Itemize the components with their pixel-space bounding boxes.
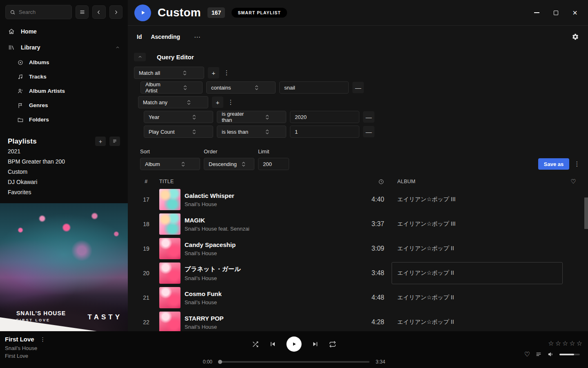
close-button[interactable]: × bbox=[571, 9, 579, 16]
limit-input[interactable] bbox=[258, 158, 289, 170]
rule-operator-select[interactable]: is less than bbox=[217, 126, 286, 138]
play-pause-button[interactable] bbox=[287, 337, 302, 352]
track-duration: 4:48 bbox=[360, 294, 384, 301]
remove-rule-button[interactable]: — bbox=[363, 111, 374, 123]
rule-value-input[interactable] bbox=[279, 81, 349, 94]
rule-value-input[interactable] bbox=[290, 126, 359, 138]
list-icon bbox=[112, 139, 118, 144]
focused-album-cell[interactable]: エイリアン☆ポップ II bbox=[392, 262, 563, 284]
volume-slider[interactable] bbox=[559, 354, 580, 355]
album-art-thumbnail bbox=[159, 189, 180, 210]
query-editor-collapse-button[interactable] bbox=[134, 53, 146, 61]
table-row[interactable]: 17 Galactic Whisper Snail’s House 4:40 エ… bbox=[128, 187, 588, 212]
sort-direction-button[interactable]: Ascending bbox=[151, 34, 180, 40]
nav-forward-button[interactable] bbox=[109, 5, 122, 19]
order-select[interactable]: Descending bbox=[204, 158, 254, 170]
maximize-button[interactable] bbox=[552, 9, 559, 16]
search-box[interactable] bbox=[5, 5, 72, 19]
match-all-select[interactable]: Match all bbox=[134, 67, 204, 79]
rule-field-select[interactable]: Album Artist bbox=[140, 81, 203, 94]
save-menu-button[interactable]: ⋮ bbox=[573, 158, 581, 170]
more-options-button[interactable]: ⋯ bbox=[194, 33, 200, 41]
shuffle-icon[interactable] bbox=[252, 341, 259, 348]
unfold-icon bbox=[174, 99, 204, 105]
playlist-item-bpm[interactable]: BPM Greater than 200 bbox=[0, 156, 128, 166]
query-editor-title: Query Editor bbox=[157, 54, 194, 61]
table-row[interactable]: 22 STARRY POP Snail’s House 4:28 エイリアン☆ポ… bbox=[128, 310, 588, 331]
search-icon bbox=[10, 9, 16, 15]
rule-row-year: Year is greater than — bbox=[144, 111, 588, 123]
volume-icon[interactable] bbox=[547, 351, 554, 358]
header-favorite[interactable]: ♡ bbox=[565, 178, 581, 185]
rule-value-input[interactable] bbox=[290, 111, 359, 123]
rule-field-select[interactable]: Year bbox=[144, 111, 213, 123]
playlist-list-button[interactable] bbox=[109, 137, 120, 146]
rule-field-select[interactable]: Play Count bbox=[144, 126, 213, 138]
sort-select[interactable]: Album bbox=[140, 158, 200, 170]
star-icon[interactable]: ☆ bbox=[569, 339, 575, 347]
nav-back-button[interactable] bbox=[92, 5, 105, 19]
previous-track-icon[interactable] bbox=[270, 341, 276, 348]
group-menu-button[interactable]: ⋮ bbox=[223, 67, 230, 79]
header-title[interactable]: TITLE bbox=[159, 179, 360, 184]
menu-button[interactable] bbox=[76, 5, 89, 19]
sidebar-item-home[interactable]: Home bbox=[0, 23, 128, 39]
unfold-icon bbox=[179, 129, 209, 135]
star-icon[interactable]: ☆ bbox=[577, 339, 582, 347]
add-rule-button[interactable]: + bbox=[208, 67, 219, 79]
search-input[interactable] bbox=[19, 9, 67, 15]
sidebar-item-albums[interactable]: Albums bbox=[0, 55, 128, 70]
sidebar: Home Library Albums Tracks bbox=[0, 0, 128, 331]
star-icon[interactable]: ☆ bbox=[555, 339, 561, 347]
header-album[interactable]: ALBUM bbox=[392, 179, 565, 184]
table-row[interactable]: 20 プラネット・ガール Snail’s House 3:48 エイリアン☆ポッ… bbox=[128, 261, 588, 285]
sidebar-item-genres[interactable]: Genres bbox=[0, 98, 128, 112]
play-playlist-button[interactable] bbox=[134, 4, 151, 21]
track-duration: 3:48 bbox=[360, 269, 384, 277]
track-table: # TITLE ALBUM ♡ 17 Galactic Whisper bbox=[128, 176, 588, 331]
now-playing-artwork[interactable]: SNAIL’S HOUSE FIRST LOVE TASTY bbox=[0, 203, 128, 331]
queue-icon[interactable] bbox=[535, 351, 542, 358]
settings-gear-icon[interactable] bbox=[572, 33, 579, 40]
sidebar-item-folders[interactable]: Folders bbox=[0, 112, 128, 127]
page-title: Custom bbox=[158, 6, 201, 19]
star-icon[interactable]: ☆ bbox=[562, 339, 568, 347]
table-row[interactable]: 19 Candy Spaceship Snail’s House 3:09 エイ… bbox=[128, 236, 588, 261]
sidebar-item-tracks[interactable]: Tracks bbox=[0, 70, 128, 84]
music-note-icon bbox=[17, 74, 24, 80]
playlist-item-custom[interactable]: Custom bbox=[0, 166, 128, 177]
playlist-header: Custom 167 SMART PLAYLIST × bbox=[128, 0, 588, 26]
track-artist: Snail’s House bbox=[185, 324, 360, 330]
rule-operator-select[interactable]: contains bbox=[206, 81, 276, 94]
remove-rule-button[interactable]: — bbox=[363, 126, 374, 137]
header-duration[interactable] bbox=[360, 179, 384, 185]
playlist-item-2021[interactable]: 2021 bbox=[0, 146, 128, 156]
add-rule-button[interactable]: + bbox=[212, 96, 223, 108]
remove-rule-button[interactable]: — bbox=[352, 82, 364, 93]
playlist-item-dj-okawari[interactable]: DJ Okawari bbox=[0, 177, 128, 187]
add-playlist-button[interactable]: + bbox=[95, 137, 106, 146]
track-duration: 3:37 bbox=[360, 220, 384, 228]
unfold-icon bbox=[252, 129, 282, 135]
progress-handle[interactable] bbox=[218, 360, 222, 364]
group-menu-button[interactable]: ⋮ bbox=[227, 96, 234, 108]
favorite-heart-icon[interactable]: ♡ bbox=[524, 350, 530, 358]
header-number[interactable]: # bbox=[136, 179, 156, 184]
sidebar-item-library[interactable]: Library bbox=[0, 39, 128, 55]
next-track-icon[interactable] bbox=[312, 341, 319, 348]
save-as-button[interactable]: Save as bbox=[538, 158, 569, 170]
scrollbar-thumb[interactable] bbox=[584, 197, 588, 229]
track-title: Candy Spaceship bbox=[185, 241, 360, 248]
rule-operator-select[interactable]: is greater than bbox=[217, 111, 286, 123]
sidebar-item-album-artists[interactable]: Album Artists bbox=[0, 84, 128, 98]
star-icon[interactable]: ☆ bbox=[548, 339, 554, 347]
table-row[interactable]: 18 MAGIK Snail’s House feat. Sennzai 3:3… bbox=[128, 212, 588, 236]
track-menu-button[interactable]: ⋮ bbox=[40, 336, 46, 343]
progress-bar[interactable] bbox=[218, 361, 370, 363]
sort-field-button[interactable]: Id bbox=[137, 34, 142, 40]
repeat-icon[interactable] bbox=[329, 341, 336, 348]
minimize-button[interactable] bbox=[533, 9, 540, 16]
table-row[interactable]: 21 Cosmo Funk Snail’s House 4:48 エイリアン☆ポ… bbox=[128, 285, 588, 310]
match-any-select[interactable]: Match any bbox=[138, 96, 208, 108]
playlist-item-favorites[interactable]: Favorites bbox=[0, 187, 128, 197]
